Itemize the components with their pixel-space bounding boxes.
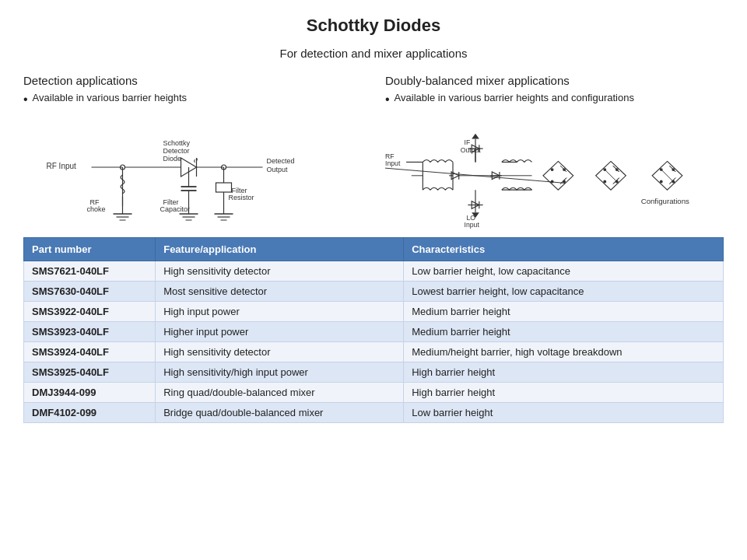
table-header: Part number Feature/application Characte… bbox=[24, 238, 724, 261]
mixer-circuit-svg: RF Input bbox=[385, 113, 724, 229]
svg-text:Detector: Detector bbox=[163, 147, 190, 155]
two-column-section: Detection applications • Available in va… bbox=[23, 74, 724, 229]
cell-part-number: SMS3925-040LF bbox=[24, 362, 156, 383]
cell-part-number: SMS3923-040LF bbox=[24, 322, 156, 342]
svg-point-82 bbox=[563, 168, 566, 171]
cell-part-number: SMS3924-040LF bbox=[24, 342, 156, 362]
table-row: SMS3922-040LFHigh input powerMedium barr… bbox=[24, 302, 724, 322]
cell-feature: High sensitivity detector bbox=[156, 342, 404, 362]
cell-feature: Bridge quad/double-balanced mixer bbox=[156, 403, 404, 423]
svg-text:Configurations: Configurations bbox=[641, 197, 689, 205]
svg-text:Schottky: Schottky bbox=[163, 139, 191, 147]
svg-marker-62 bbox=[472, 134, 479, 139]
subtitle: For detection and mixer applications bbox=[23, 47, 724, 60]
cell-part-number: SMS3922-040LF bbox=[24, 302, 156, 322]
svg-point-86 bbox=[615, 168, 619, 171]
detection-circuit-svg: RF Input Schottky Detector Diode bbox=[23, 113, 362, 229]
svg-text:Output: Output bbox=[267, 166, 289, 173]
cell-part-number: SMS7630-040LF bbox=[24, 282, 156, 302]
cell-feature: High sensitivity/high input power bbox=[156, 362, 404, 383]
svg-point-88 bbox=[615, 180, 619, 184]
products-table: Part number Feature/application Characte… bbox=[23, 237, 724, 423]
table-row: SMS7630-040LFMost sensitive detectorLowe… bbox=[24, 282, 724, 302]
mixer-diagram: RF Input bbox=[385, 113, 724, 229]
cell-characteristics: High barrier height bbox=[404, 383, 724, 403]
svg-text:Resistor: Resistor bbox=[229, 194, 254, 201]
col-feature: Feature/application bbox=[156, 238, 404, 261]
svg-text:Detected: Detected bbox=[267, 157, 295, 165]
svg-point-89 bbox=[660, 168, 663, 171]
svg-text:RF: RF bbox=[385, 152, 395, 160]
table-row: SMS3925-040LFHigh sensitivity/high input… bbox=[24, 362, 724, 383]
cell-characteristics: Lowest barrier height, low capacitance bbox=[404, 282, 724, 302]
svg-point-81 bbox=[551, 168, 554, 171]
svg-text:IF: IF bbox=[465, 138, 471, 146]
col-characteristics: Characteristics bbox=[404, 238, 724, 261]
svg-text:Diode: Diode bbox=[163, 155, 182, 163]
cell-characteristics: High barrier height bbox=[404, 362, 724, 383]
svg-text:RF Input: RF Input bbox=[47, 162, 77, 170]
cell-feature: Ring quad/double-balanced mixer bbox=[156, 383, 404, 403]
detection-heading: Detection applications bbox=[23, 74, 362, 87]
svg-point-91 bbox=[660, 180, 663, 184]
cell-characteristics: Low barrier height, low capacitance bbox=[404, 261, 724, 282]
table-row: SMS7621-040LFHigh sensitivity detectorLo… bbox=[24, 261, 724, 282]
cell-part-number: DMJ3944-099 bbox=[24, 383, 156, 403]
mixer-bullet-1: • Available in various barrier heights a… bbox=[385, 92, 724, 107]
page: Schottky Diodes For detection and mixer … bbox=[0, 0, 747, 560]
left-column: Detection applications • Available in va… bbox=[23, 74, 377, 229]
cell-characteristics: Medium barrier height bbox=[404, 302, 724, 322]
svg-point-90 bbox=[672, 168, 675, 171]
right-column: Doubly-balanced mixer applications • Ava… bbox=[377, 74, 724, 229]
cell-part-number: SMS7621-040LF bbox=[24, 261, 156, 282]
svg-marker-68 bbox=[543, 161, 573, 190]
mixer-bullet-text-1: Available in various barrier heights and… bbox=[395, 92, 634, 103]
cell-characteristics: Medium/height barrier, high voltage brea… bbox=[404, 342, 724, 362]
table-row: SMS3924-040LFHigh sensitivity detectorMe… bbox=[24, 342, 724, 362]
cell-characteristics: Low barrier height bbox=[404, 403, 724, 423]
col-part-number: Part number bbox=[24, 238, 156, 261]
svg-point-85 bbox=[603, 168, 606, 171]
svg-text:Output: Output bbox=[461, 146, 482, 154]
svg-point-87 bbox=[603, 180, 606, 184]
cell-feature: High sensitivity detector bbox=[156, 261, 404, 282]
svg-text:Input: Input bbox=[385, 159, 401, 167]
svg-point-84 bbox=[563, 180, 566, 184]
table-body: SMS7621-040LFHigh sensitivity detectorLo… bbox=[24, 261, 724, 423]
bullet-dot-icon-2: • bbox=[385, 93, 390, 107]
table-row: SMS3923-040LFHigher input powerMedium ba… bbox=[24, 322, 724, 342]
cell-feature: Higher input power bbox=[156, 322, 404, 342]
mixer-heading: Doubly-balanced mixer applications bbox=[385, 74, 724, 87]
svg-text:Input: Input bbox=[465, 221, 480, 229]
svg-text:Capacitor: Capacitor bbox=[160, 205, 191, 213]
svg-point-83 bbox=[551, 180, 554, 184]
detection-bullet-1: • Available in various barrier heights bbox=[23, 92, 362, 107]
svg-point-92 bbox=[672, 180, 675, 184]
svg-text:choke: choke bbox=[87, 205, 106, 213]
cell-feature: Most sensitive detector bbox=[156, 282, 404, 302]
table-row: DMJ3944-099Ring quad/double-balanced mix… bbox=[24, 383, 724, 403]
svg-rect-31 bbox=[216, 183, 232, 192]
table-header-row: Part number Feature/application Characte… bbox=[24, 238, 724, 261]
main-title: Schottky Diodes bbox=[23, 16, 724, 36]
detection-diagram: RF Input Schottky Detector Diode bbox=[23, 113, 362, 229]
bullet-dot-icon: • bbox=[23, 93, 28, 107]
cell-part-number: DMF4102-099 bbox=[24, 403, 156, 423]
table-row: DMF4102-099Bridge quad/double-balanced m… bbox=[24, 403, 724, 423]
cell-feature: High input power bbox=[156, 302, 404, 322]
detection-bullet-text-1: Available in various barrier heights bbox=[33, 92, 187, 103]
cell-characteristics: Medium barrier height bbox=[404, 322, 724, 342]
